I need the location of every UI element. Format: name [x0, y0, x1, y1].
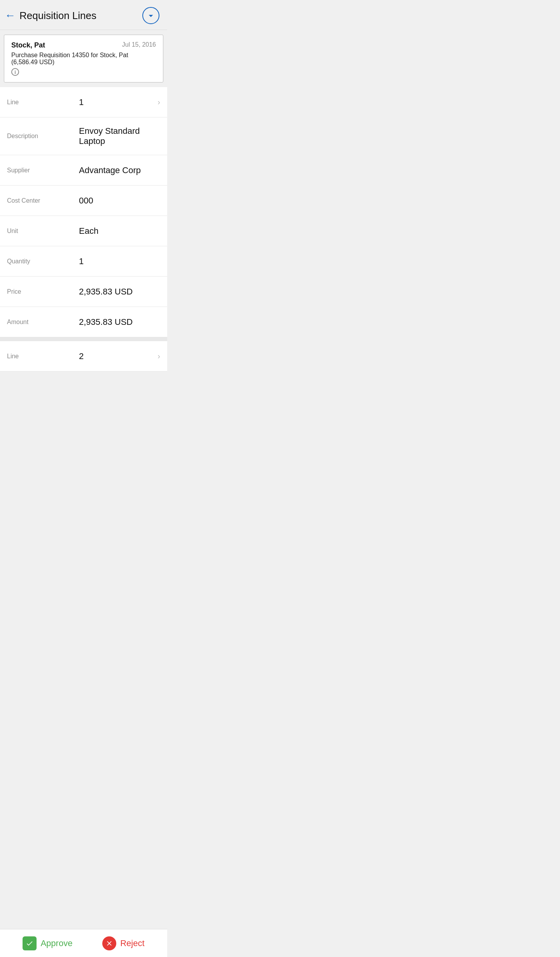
cost-center-label: Cost Center: [7, 197, 79, 204]
line-2-label: Line: [7, 353, 79, 360]
unit-value: Each: [79, 226, 160, 236]
header: ← Requisition Lines: [0, 0, 167, 30]
line-2-row[interactable]: Line 2 ›: [0, 341, 167, 372]
quantity-value: 1: [79, 256, 160, 266]
description-row: Description Envoy Standard Laptop: [0, 117, 167, 155]
supplier-label: Supplier: [7, 167, 79, 174]
description-value: Envoy Standard Laptop: [79, 126, 160, 146]
line-1-section: Line 1 › Description Envoy Standard Lapt…: [0, 87, 167, 337]
requester-name: Stock, Pat: [11, 41, 45, 49]
chevron-down-icon: [147, 11, 155, 20]
cost-center-value: 000: [79, 196, 160, 206]
supplier-value: Advantage Corp: [79, 165, 160, 175]
page-title: Requisition Lines: [19, 10, 96, 22]
supplier-row: Supplier Advantage Corp: [0, 155, 167, 186]
line-value: 1: [79, 97, 154, 107]
line-2-section: Line 2 ›: [0, 341, 167, 372]
chevron-right-icon: ›: [158, 98, 160, 107]
amount-row: Amount 2,935.83 USD: [0, 307, 167, 337]
line-2-value: 2: [79, 351, 154, 361]
line-label: Line: [7, 99, 79, 106]
info-icon[interactable]: i: [11, 68, 19, 76]
requisition-card: Stock, Pat Jul 15, 2016 Purchase Requisi…: [4, 35, 163, 82]
amount-label: Amount: [7, 319, 79, 326]
chevron-right-icon-2: ›: [158, 352, 160, 361]
price-value: 2,935.83 USD: [79, 287, 160, 297]
cost-center-row: Cost Center 000: [0, 186, 167, 216]
requisition-date: Jul 15, 2016: [122, 41, 156, 48]
line-row[interactable]: Line 1 ›: [0, 87, 167, 117]
requisition-description: Purchase Requisition 14350 for Stock, Pa…: [11, 52, 156, 66]
description-label: Description: [7, 133, 79, 140]
quantity-row: Quantity 1: [0, 246, 167, 277]
price-row: Price 2,935.83 USD: [0, 277, 167, 307]
back-button[interactable]: ←: [5, 9, 16, 22]
unit-label: Unit: [7, 228, 79, 235]
quantity-label: Quantity: [7, 258, 79, 265]
section-divider: [0, 337, 167, 341]
unit-row: Unit Each: [0, 216, 167, 246]
amount-value: 2,935.83 USD: [79, 317, 160, 327]
price-label: Price: [7, 288, 79, 295]
dropdown-button[interactable]: [142, 7, 159, 24]
